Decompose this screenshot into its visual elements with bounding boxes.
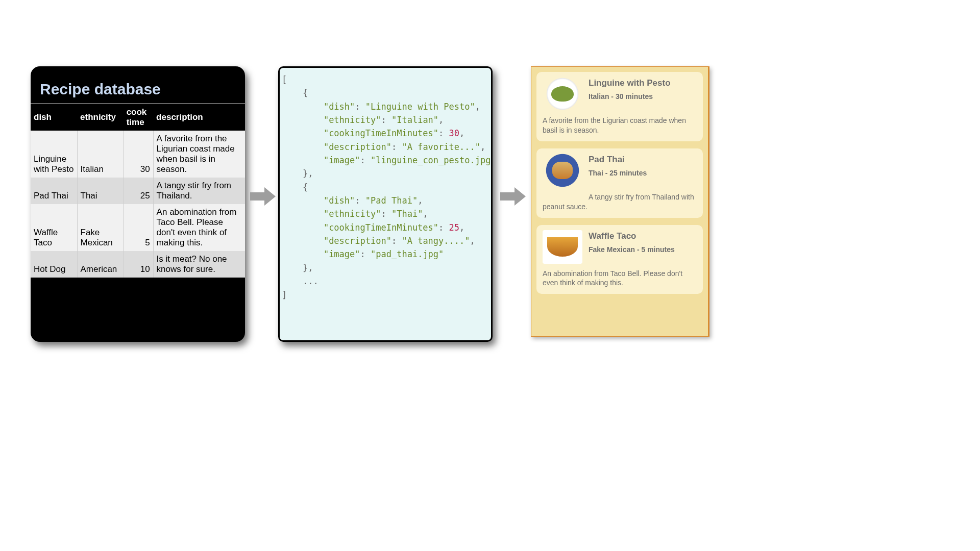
table-row: Hot Dog American 10 Is it meat? No one k… (31, 251, 245, 278)
cell-ethnicity: Italian (77, 131, 124, 178)
col-dish: dish (31, 104, 77, 131)
recipe-description: An abomination from Taco Bell. Please do… (543, 269, 697, 288)
recipe-title: Pad Thai (589, 155, 647, 165)
cell-ethnicity: Thai (77, 178, 124, 204)
cell-description: A favorite from the Ligurian coast made … (153, 131, 245, 178)
arrow-right-icon (250, 186, 276, 207)
cell-cook-time: 30 (124, 131, 153, 178)
recipe-description: A favorite from the Ligurian coast made … (543, 116, 697, 135)
recipe-card: Pad Thai Thai - 25 minutes A tangy stir … (536, 148, 703, 218)
recipe-card: Linguine with Pesto Italian - 30 minutes… (536, 72, 703, 141)
recipe-subtitle: Fake Mexican - 5 minutes (589, 245, 675, 254)
recipe-title: Linguine with Pesto (589, 78, 671, 88)
recipe-subtitle: Thai - 25 minutes (589, 169, 647, 177)
col-description: description (153, 104, 245, 131)
recipe-title: Waffle Taco (589, 231, 675, 241)
cell-cook-time: 5 (124, 204, 153, 251)
arrow-right-icon (500, 186, 526, 207)
table-row: Pad Thai Thai 25 A tangy stir fry from T… (31, 178, 245, 204)
database-title: Recipe database (31, 66, 245, 103)
recipe-subtitle: Italian - 30 minutes (589, 92, 671, 101)
recipe-thumbnail (543, 77, 582, 111)
cell-ethnicity: Fake Mexican (77, 204, 124, 251)
col-ethnicity: ethnicity (77, 104, 124, 131)
recipe-description: A tangy stir fry from Thailand with pean… (543, 192, 697, 212)
database-panel: Recipe database dish ethnicity cook time… (31, 66, 245, 342)
table-row: Waffle Taco Fake Mexican 5 An abominatio… (31, 204, 245, 251)
cell-description: A tangy stir fry from Thailand. (153, 178, 245, 204)
cell-dish: Waffle Taco (31, 204, 77, 251)
recipe-thumbnail (543, 154, 582, 187)
cell-description: Is it meat? No one knows for sure. (153, 251, 245, 278)
database-table: dish ethnicity cook time description Lin… (31, 103, 245, 278)
cell-cook-time: 10 (124, 251, 153, 278)
table-row: Linguine with Pesto Italian 30 A favorit… (31, 131, 245, 178)
col-cook-time: cook time (124, 104, 153, 131)
recipe-card: Waffle Taco Fake Mexican - 5 minutes An … (536, 225, 703, 294)
rendered-ui-panel: Linguine with Pesto Italian - 30 minutes… (531, 66, 709, 337)
cell-cook-time: 25 (124, 178, 153, 204)
cell-dish: Linguine with Pesto (31, 131, 77, 178)
json-panel: [ { "dish": "Linguine with Pesto", "ethn… (278, 66, 493, 342)
cell-ethnicity: American (77, 251, 124, 278)
cell-dish: Pad Thai (31, 178, 77, 204)
cell-description: An abomination from Taco Bell. Please do… (153, 204, 245, 251)
recipe-thumbnail (543, 230, 582, 264)
cell-dish: Hot Dog (31, 251, 77, 278)
